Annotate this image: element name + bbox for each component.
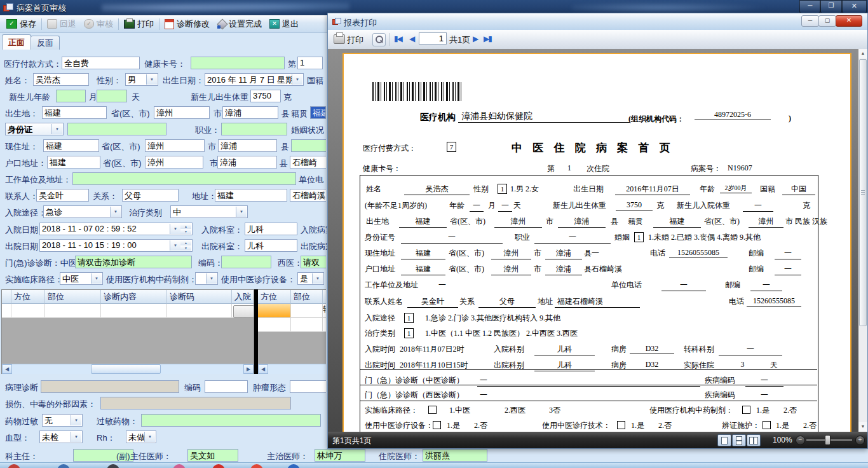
grid-col-buwei[interactable]: 部位 xyxy=(291,290,323,304)
discharge-date-input[interactable]: 2018 - 11 - 10 15 : 19 : 00▲▼▼ xyxy=(39,239,193,252)
tab-front[interactable]: 正面 xyxy=(2,34,31,50)
scroll-left-icon[interactable]: ◀ xyxy=(2,364,12,374)
view-facing-icon[interactable] xyxy=(747,434,761,446)
work-addr-input[interactable] xyxy=(72,172,296,185)
spinner[interactable]: ▲▼ xyxy=(180,240,191,251)
resident-input[interactable]: 洪丽燕 xyxy=(423,449,487,462)
grid-col-fangwei[interactable]: 方位 xyxy=(11,290,45,304)
grid-col-code[interactable]: 诊断码 xyxy=(167,290,232,304)
sex-select[interactable]: 男▼ xyxy=(125,73,158,86)
id-number-input[interactable] xyxy=(67,123,166,135)
scroll-down-icon[interactable]: ▼ xyxy=(858,422,867,432)
report-close-button[interactable]: ✕ xyxy=(836,15,862,27)
outpatient-diag-input[interactable]: 请双击添加诊断 xyxy=(75,256,192,268)
grid-cell[interactable]: 转 xyxy=(323,304,326,318)
taskbar-icon[interactable] xyxy=(173,464,186,468)
setup-done-button[interactable]: 设置完成 xyxy=(214,17,266,32)
grid-hscrollbar-right[interactable]: ◀ xyxy=(258,364,326,374)
newborn-day-input[interactable] xyxy=(97,90,127,102)
zoom-in-icon[interactable]: + xyxy=(855,436,865,445)
printer-icon[interactable] xyxy=(334,34,345,44)
relation-input[interactable]: 父母 xyxy=(122,189,179,202)
grid-cell[interactable] xyxy=(2,304,11,318)
chevron-down-icon[interactable]: ▼ xyxy=(146,74,157,85)
grid-col-fangwei[interactable]: 方位 xyxy=(258,290,291,304)
main-minimize-button[interactable]: ─ xyxy=(799,0,820,13)
taskbar-icon[interactable] xyxy=(107,464,119,468)
chevron-down-icon[interactable]: ▼ xyxy=(292,74,302,85)
grid-hscrollbar[interactable]: ◀ ▶ xyxy=(2,364,254,374)
pathology-input[interactable] xyxy=(41,380,179,393)
print-label[interactable]: 打印 xyxy=(347,34,363,46)
grid-cell[interactable] xyxy=(11,304,45,318)
rh-select[interactable]: 未做▼ xyxy=(126,430,156,443)
grid-ellipsis-button[interactable] xyxy=(233,305,254,318)
attending-input[interactable]: 林坤万 xyxy=(315,449,365,462)
admission-date-input[interactable]: 2018 - 11 - 07 02 : 59 : 52▲▼▼ xyxy=(39,223,193,235)
first-page-icon[interactable]: ▮◀ xyxy=(394,34,402,43)
chevron-down-icon[interactable]: ▼ xyxy=(51,124,62,134)
current-province-input[interactable]: 福建 xyxy=(43,139,99,152)
undo-button[interactable]: 回退 xyxy=(43,17,80,32)
allergy-select[interactable]: 无▼ xyxy=(42,414,83,427)
treatment-type-select[interactable]: 中▼ xyxy=(170,205,248,218)
grid-cell[interactable] xyxy=(291,304,323,318)
name-input[interactable]: 吴浩杰 xyxy=(33,73,89,86)
page-setup-icon[interactable] xyxy=(372,33,386,46)
view-single-icon[interactable] xyxy=(717,434,731,446)
spinner[interactable]: ▲▼ xyxy=(180,224,191,234)
allergy-drug-input[interactable] xyxy=(141,414,321,427)
registered-province-input[interactable]: 福建 xyxy=(47,156,100,169)
zoom-slider-thumb[interactable] xyxy=(825,435,831,445)
herbal-select[interactable]: ▼ xyxy=(195,272,218,285)
blood-type-select[interactable]: 未检▼ xyxy=(39,430,83,443)
registered-city-input[interactable]: 漳州 xyxy=(145,156,203,169)
dob-input[interactable]: 2016 年 11 月 7 日 星期-▼ xyxy=(205,73,304,86)
contact-input[interactable]: 吴金叶 xyxy=(36,189,89,202)
audit-button[interactable]: ✓审核 xyxy=(80,17,117,32)
grid-cell[interactable] xyxy=(291,318,323,332)
current-village-input[interactable] xyxy=(291,139,326,152)
grid-col-content[interactable]: 诊断内容 xyxy=(101,290,167,304)
grid-cell-current[interactable] xyxy=(258,304,291,318)
chevron-down-icon[interactable]: ▼ xyxy=(312,273,323,284)
injury-input[interactable] xyxy=(100,397,291,410)
view-continuous-icon[interactable] xyxy=(732,434,746,446)
chevron-down-icon[interactable]: ▼ xyxy=(170,224,180,234)
scroll-up-icon[interactable]: ▲ xyxy=(858,49,867,59)
page-number-input[interactable]: 1 xyxy=(419,32,447,45)
chevron-down-icon[interactable]: ▼ xyxy=(206,273,217,284)
zoom-out-icon[interactable]: − xyxy=(796,436,805,445)
birth-weight-input[interactable]: 3750 xyxy=(250,90,281,102)
taskbar-icon[interactable] xyxy=(8,464,20,468)
prev-page-icon[interactable]: ◀ xyxy=(409,34,415,43)
clinical-pathway-select[interactable]: 中医▼ xyxy=(60,272,103,285)
current-county-input[interactable]: 漳浦 xyxy=(218,139,277,152)
last-page-icon[interactable]: ▶▮ xyxy=(484,34,491,43)
tcm-device-select[interactable]: 是▼ xyxy=(297,272,324,285)
chevron-down-icon[interactable]: ▼ xyxy=(236,207,247,217)
scroll-thumb[interactable] xyxy=(859,59,867,326)
newborn-month-input[interactable] xyxy=(56,90,86,102)
health-card-input[interactable] xyxy=(191,57,285,69)
diag-code-input[interactable] xyxy=(221,256,271,268)
scroll-thumb[interactable] xyxy=(91,364,161,374)
grid-col-admission[interactable]: 入院病 xyxy=(232,290,254,304)
discharge-dept-input[interactable]: 儿科 xyxy=(245,239,297,252)
taskbar-icon[interactable] xyxy=(250,464,263,468)
grid-cell[interactable] xyxy=(258,318,291,332)
print-button[interactable]: 打印 xyxy=(120,17,158,32)
west-med-input[interactable]: 请双 xyxy=(301,256,326,268)
registered-village-input[interactable]: 石榴崎 xyxy=(290,156,326,169)
chevron-down-icon[interactable]: ▼ xyxy=(91,273,102,284)
admission-way-select[interactable]: 急诊▼ xyxy=(43,205,122,218)
seq-input[interactable]: 1 xyxy=(297,57,323,69)
admission-dept-input[interactable]: 儿科 xyxy=(245,223,297,235)
taskbar-icon[interactable] xyxy=(57,464,70,468)
next-page-icon[interactable]: ▶ xyxy=(473,34,478,43)
chevron-down-icon[interactable]: ▼ xyxy=(110,207,121,217)
grid-cell[interactable] xyxy=(323,318,326,332)
address-input[interactable]: 福建 xyxy=(215,189,287,202)
pathology-code-input[interactable] xyxy=(205,380,248,393)
chevron-down-icon[interactable]: ▼ xyxy=(144,432,155,442)
